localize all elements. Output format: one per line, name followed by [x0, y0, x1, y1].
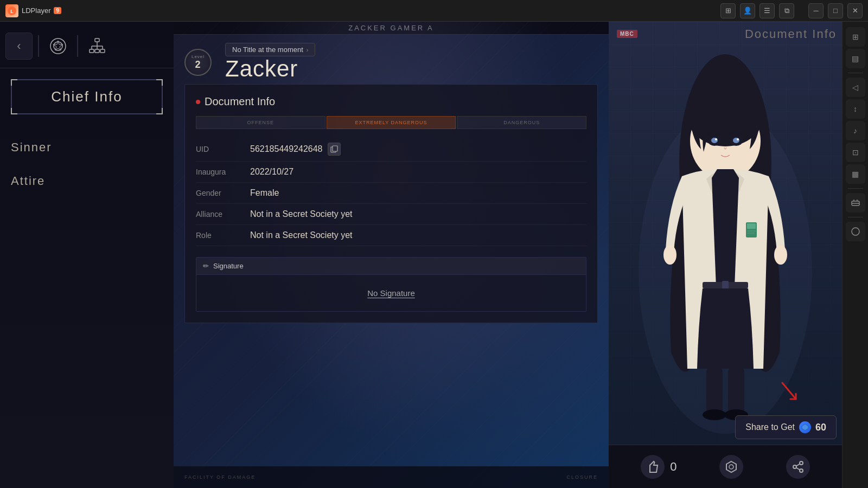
window-minimize[interactable]: ─ — [808, 3, 824, 18]
value-gender: Female — [250, 188, 279, 198]
svg-point-44 — [793, 465, 796, 468]
like-button[interactable] — [641, 455, 665, 479]
svg-point-29 — [663, 245, 676, 265]
right-panel: Document Info MBC — [609, 22, 842, 488]
svg-point-30 — [774, 245, 787, 265]
nav-guild-icon[interactable] — [44, 33, 72, 60]
like-count: 0 — [670, 460, 676, 474]
level-container: Level 2 — [184, 49, 214, 76]
title-badge[interactable]: No Title at the moment › — [225, 43, 315, 56]
banner-dangerous: EXTREMELY DANGEROUS — [327, 116, 456, 129]
nav-divider-2 — [77, 35, 78, 57]
nav-structure-icon[interactable] — [84, 33, 111, 60]
info-row-uid: UID 562185449242648 — [196, 137, 586, 162]
bottom-strip: FACILITY OF DAMAGE CLOSURE — [174, 466, 609, 488]
level-circle: Level 2 — [184, 49, 212, 76]
chief-info-title: Chief Info — [51, 88, 122, 105]
level-number: 2 — [195, 59, 201, 70]
rt-btn-1[interactable]: ⊞ — [846, 27, 865, 47]
rt-sep-2 — [848, 188, 863, 189]
svg-rect-15 — [333, 146, 337, 151]
rt-btn-6[interactable]: ⊡ — [846, 143, 865, 162]
svg-rect-28 — [722, 281, 729, 290]
copy-uid-button[interactable] — [328, 143, 341, 156]
character-bottom-controls: 0 — [609, 445, 842, 488]
share-to-get-button[interactable]: Share to Get 60 — [735, 415, 837, 439]
svg-rect-7 — [95, 49, 99, 53]
no-signature-text: No Signature — [367, 288, 415, 298]
signature-body: No Signature — [196, 275, 586, 311]
svg-point-3 — [54, 42, 62, 50]
window-maximize[interactable]: □ — [828, 3, 843, 18]
svg-rect-35 — [706, 368, 723, 416]
title-bar: L LDPlayer 9 ⊞ 👤 ☰ ⧉ ─ □ ✕ — [0, 0, 868, 22]
value-inaugura: 2022/10/27 — [250, 167, 293, 177]
rt-btn-2[interactable]: ▤ — [846, 49, 865, 68]
tb-icon-3[interactable]: ☰ — [760, 3, 775, 18]
center-content: ZACKER GAMER A Level 2 No Title at the m… — [174, 22, 609, 488]
info-row-inaugura: Inaugura 2022/10/27 — [196, 162, 586, 183]
tb-icon-2[interactable]: 👤 — [740, 3, 755, 18]
rt-btn-9[interactable] — [846, 222, 865, 241]
right-toolbar: ⊞ ▤ ◁ ↕ ♪ ⊡ ▦ — [842, 22, 868, 488]
value-uid: 562185449242648 — [250, 143, 341, 156]
label-alliance: Alliance — [196, 210, 239, 219]
app-name: LDPlayer — [22, 7, 50, 15]
share-text: Share to Get — [745, 422, 795, 432]
rt-btn-5[interactable]: ♪ — [846, 121, 865, 140]
label-inaugura: Inaugura — [196, 168, 239, 176]
sidebar-item-attire[interactable]: Attire — [0, 164, 174, 198]
label-gender: Gender — [196, 189, 239, 197]
rt-btn-7[interactable]: ▦ — [846, 164, 865, 184]
banner-offense: OFFENSE — [196, 116, 326, 129]
like-section: 0 — [641, 455, 676, 479]
svg-rect-8 — [100, 49, 105, 53]
svg-point-52 — [852, 228, 859, 235]
info-row-gender: Gender Female — [196, 183, 586, 204]
svg-point-26 — [737, 138, 739, 140]
tb-icon-4[interactable]: ⧉ — [779, 3, 794, 18]
label-role: Role — [196, 231, 239, 240]
banner-strip: OFFENSE EXTREMELY DANGEROUS DANGEROUS — [196, 116, 586, 129]
sidebar-item-sinner[interactable]: Sinner — [0, 131, 174, 164]
app-logo: L LDPlayer 9 — [5, 4, 61, 17]
window-close[interactable]: ✕ — [847, 3, 863, 18]
svg-point-37 — [703, 409, 726, 420]
signature-section: ✏ Signature No Signature — [196, 257, 586, 312]
bottom-label-right: CLOSURE — [566, 474, 598, 480]
app-badge: 9 — [54, 7, 61, 14]
uid-value: 562185449242648 — [250, 144, 322, 154]
rt-btn-4[interactable]: ↕ — [846, 99, 865, 119]
svg-point-25 — [715, 138, 717, 140]
left-sidebar: ‹ — [0, 22, 174, 488]
svg-rect-5 — [95, 38, 99, 42]
rt-btn-3[interactable]: ◁ — [846, 78, 865, 97]
rt-btn-8[interactable] — [846, 193, 865, 213]
title-badge-text: No Title at the moment — [232, 46, 303, 54]
gem-icon — [799, 421, 811, 433]
document-info-title: Document Info — [196, 95, 586, 108]
info-row-alliance: Alliance Not in a Secret Society yet — [196, 204, 586, 225]
value-role: Not in a Secret Society yet — [250, 230, 353, 240]
tb-icon-sep — [799, 3, 804, 18]
svg-line-47 — [796, 464, 800, 466]
share-icon-button[interactable] — [786, 455, 810, 479]
profile-row: Level 2 No Title at the moment › Zacker — [184, 43, 598, 81]
hex-button[interactable] — [719, 455, 743, 479]
chief-info-section: Chief Info — [0, 79, 174, 114]
doc-title-text: Document Info — [205, 95, 275, 108]
back-button[interactable]: ‹ — [5, 33, 33, 60]
share-amount: 60 — [815, 422, 826, 433]
svg-point-45 — [800, 469, 803, 472]
bracket-frame: Chief Info — [11, 79, 163, 114]
tb-icon-1[interactable]: ⊞ — [720, 3, 736, 18]
label-uid: UID — [196, 145, 239, 153]
info-row-role: Role Not in a Secret Society yet — [196, 225, 586, 246]
main-container: ‹ — [0, 22, 868, 488]
banner-dangerous2: DANGEROUS — [457, 116, 586, 129]
bottom-label-left: FACILITY OF DAMAGE — [184, 474, 256, 480]
document-info-card: Document Info OFFENSE EXTREMELY DANGEROU… — [184, 84, 598, 323]
signature-header[interactable]: ✏ Signature — [196, 258, 586, 275]
logo-icon: L — [5, 4, 18, 17]
share-arrow — [771, 375, 804, 409]
